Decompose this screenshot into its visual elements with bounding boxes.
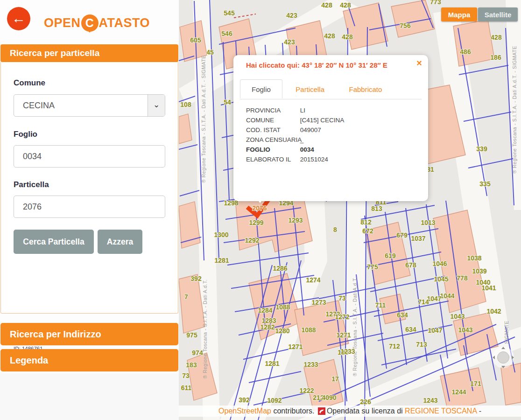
map-type-satellite-button[interactable]: Satellite (478, 7, 518, 21)
parcel-label: 712 (389, 343, 400, 350)
parcel-label: 183 (186, 361, 197, 369)
parcel-label: 1233 (303, 361, 318, 368)
tab-foglio[interactable]: Foglio (240, 79, 282, 98)
street-attribution-text: ® Regione Toscana - S.I.T.A. - Dati A.d.… (352, 277, 358, 377)
row-label: COMUNE (246, 115, 298, 125)
pan-knob[interactable] (497, 351, 509, 364)
table-row: PROVINCIA LI (246, 105, 344, 115)
parcel-label: 423 (284, 38, 295, 46)
parcel-label: 54 (224, 98, 231, 106)
sidebar-footer-space (0, 373, 179, 420)
parcel-label: 611 (181, 384, 192, 392)
parcel-label: 1243 (423, 397, 437, 404)
chevron-down-icon[interactable]: ⌄ (148, 95, 165, 116)
parcel-label: 634 (397, 311, 408, 319)
map-type-mappa-button[interactable]: Mappa (441, 7, 477, 21)
parcel-label: 1284 (258, 307, 272, 314)
parcel-label: 1047 (428, 327, 442, 334)
parcel-label: 1047 (427, 295, 441, 302)
section-legenda[interactable]: Legenda (0, 349, 178, 371)
pan-down-icon[interactable] (501, 366, 505, 368)
parcel-label: 1293 (288, 217, 303, 224)
azzera-button[interactable]: Azzera (98, 230, 142, 254)
logo-text-open: OPEN (44, 16, 81, 30)
logo-pin-icon: C (81, 14, 99, 32)
parcel-label: 756 (400, 22, 411, 29)
parcel-label: 108 (180, 101, 191, 108)
close-icon[interactable]: × (416, 58, 422, 69)
parcel-label: 1281 (214, 257, 229, 264)
foglio-label: Foglio (14, 130, 37, 139)
parcel-label: 7 (184, 293, 188, 301)
pan-right-icon[interactable] (512, 356, 514, 359)
foglio-info-table: PROVINCIA LI COMUNE [C415] CECINA COD. I… (246, 105, 344, 164)
app-logo: OPEN C ATASTO (44, 12, 150, 34)
parcel-label: 1233 (340, 348, 355, 355)
particella-label: Particella (14, 180, 49, 189)
parcel-label: 619 (385, 252, 396, 259)
parcel-label: 1088 (275, 303, 290, 311)
parcel-label: 711 (375, 301, 386, 309)
parcel-label: 672 (362, 227, 373, 235)
parcel-label: 226 (360, 398, 371, 406)
back-button[interactable]: ← (7, 7, 30, 30)
map-attribution: OpenStreetMap contributors. Opendata su … (179, 406, 521, 417)
row-value: 049007 (300, 126, 321, 133)
row-label: ELABORATO IL (246, 154, 298, 164)
map-pan-control[interactable] (493, 347, 514, 368)
comune-selected-value: CECINA (23, 95, 55, 116)
openstreetmap-link[interactable]: OpenStreetMap (218, 407, 271, 415)
pan-left-icon[interactable] (493, 356, 495, 359)
tab-particella[interactable]: Particella (284, 80, 336, 99)
parcel-label: 73 (338, 294, 346, 302)
contributors-text: contributors. (271, 407, 317, 415)
row-value: [C415] CECINA (300, 117, 345, 124)
parcel-label: 1281 (265, 360, 279, 367)
parcel-label: 1271 (288, 343, 303, 350)
parcel-label: 605 (190, 36, 201, 44)
particella-input[interactable] (14, 196, 165, 218)
parcel-label: 428 (324, 32, 335, 40)
parcel-label: 778 (457, 274, 468, 282)
comune-select[interactable]: CECINA ⌄ (14, 94, 165, 117)
parcel-label: 1088 (301, 326, 316, 334)
pan-up-icon[interactable] (501, 347, 505, 349)
parcel-label: 8 (333, 226, 337, 233)
section-ricerca-indirizzo[interactable]: Ricerca per Indirizzo (0, 323, 178, 345)
parcel-label: 773 (430, 0, 441, 6)
parcel-label: 4090 (322, 394, 336, 401)
parcel-label: 339 (476, 145, 487, 153)
street-attribution-text: ® Regione Toscana - S.I.T.A. - Dati A.d.… (512, 46, 517, 174)
parcel-label: 679 (396, 231, 408, 239)
cerca-particella-button[interactable]: Cerca Particella (14, 230, 94, 254)
comune-label: Comune (14, 78, 45, 88)
row-label: COD. ISTAT (246, 125, 298, 135)
suffix-text: - (477, 407, 481, 415)
parcel-label: 1300 (214, 231, 228, 238)
parcel-label: 392 (190, 275, 202, 282)
parcel-label: 392 (239, 396, 250, 404)
street-attribution-text: ® Regione Toscana - S.I.T.A. - Dati A.d.… (202, 280, 208, 379)
row-value: LI (300, 107, 305, 114)
parcel-label: 1286 (273, 265, 287, 272)
parcel-label: 1272 (335, 313, 349, 321)
tab-fabbricato[interactable]: Fabbricato (338, 80, 393, 99)
section-ricerca-particella[interactable]: Ricerca per particella (0, 44, 178, 62)
map-click-popup: Hai cliccato qui: 43° 18′ 20″ N 10° 31′ … (233, 55, 428, 201)
parcel-label: 423 (286, 12, 297, 19)
parcel-label: 975 (186, 331, 197, 339)
row-label: ZONA CENSUARIA (246, 135, 298, 145)
parcel-label: 1280 (275, 327, 289, 335)
table-row: ELABORATO IL 20151024 (246, 154, 344, 164)
regione-toscana-link[interactable]: REGIONE TOSCANA (405, 407, 477, 415)
parcel-label: 1222 (299, 387, 314, 394)
table-row: COD. ISTAT 049007 (246, 125, 344, 135)
parcel-label: 428 (340, 1, 351, 9)
parcel-label: 1299 (249, 219, 263, 226)
row-value: 20151024 (300, 156, 328, 163)
parcel-label: 171 (470, 380, 481, 387)
popup-tabs: Foglio Particella Fabbricato (240, 79, 422, 99)
row-value: 0034 (300, 146, 314, 153)
parcel-label: 1041 (481, 284, 496, 292)
foglio-input[interactable] (14, 145, 165, 168)
